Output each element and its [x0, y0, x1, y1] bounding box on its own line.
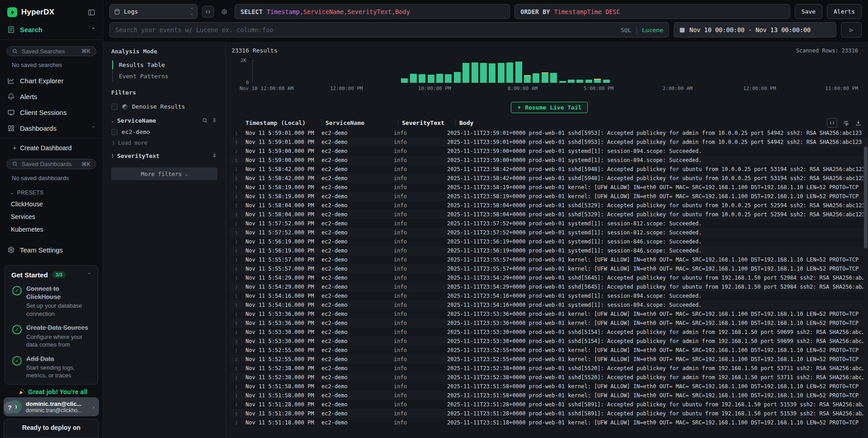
expand-row-icon[interactable]: ⟩	[231, 167, 242, 172]
histogram-bar[interactable]	[550, 73, 557, 83]
denoise-checkbox[interactable]	[111, 104, 118, 110]
table-row[interactable]: ⟩Nov 11 5:59:01.000 PMec2-demoinfo2025-1…	[231, 129, 868, 138]
table-row[interactable]: ⟩Nov 11 5:52:55.000 PMec2-demoinfo2025-1…	[231, 346, 868, 355]
expand-row-icon[interactable]: ⟩	[231, 185, 242, 190]
histogram-bar[interactable]	[489, 63, 495, 83]
filter-group-severitytext[interactable]: ⟩ SeverityText	[111, 148, 217, 161]
chevron-up-icon[interactable]: ⌃	[91, 125, 95, 131]
sidebar-item-team-settings[interactable]: Team Settings	[0, 242, 103, 258]
table-row[interactable]: ⟩Nov 11 5:58:19.000 PMec2-demoinfo2025-1…	[231, 183, 868, 192]
pin-icon[interactable]	[212, 118, 217, 124]
tab-results-table[interactable]: Results Table	[113, 59, 217, 71]
histogram-bar[interactable]	[594, 79, 601, 83]
table-row[interactable]: ⟩Nov 11 5:54:29.000 PMec2-demoinfo2025-1…	[231, 282, 868, 291]
histogram-bar[interactable]	[419, 74, 425, 83]
expand-row-icon[interactable]: ⟩	[231, 303, 242, 308]
histogram-bar[interactable]	[559, 81, 566, 83]
histogram-bar[interactable]	[498, 63, 505, 83]
table-row[interactable]: ⟩Nov 11 5:51:18.000 PMec2-demoinfo2025-1…	[231, 418, 868, 427]
expand-row-icon[interactable]: ⟩	[231, 257, 242, 262]
denoise-results-toggle[interactable]: Denoise Results	[111, 100, 217, 113]
more-filters-button[interactable]: More filters ⌄	[111, 167, 217, 180]
column-header-severitytext[interactable]: SeverityText	[402, 119, 455, 126]
scrollbar-thumb[interactable]	[864, 147, 868, 248]
histogram-bar[interactable]	[445, 74, 452, 83]
histogram-bar[interactable]	[462, 63, 469, 83]
histogram-bar[interactable]	[585, 80, 592, 83]
expand-row-icon[interactable]: ⟩	[231, 330, 242, 335]
expand-row-icon[interactable]: ⟩	[231, 267, 242, 271]
source-settings-button[interactable]	[218, 6, 230, 18]
language-toggle-lucene[interactable]: Lucene	[642, 27, 663, 33]
sidebar-item-chart-explorer[interactable]: Chart Explorer	[0, 73, 103, 89]
expand-row-icon[interactable]: ⟩	[231, 194, 242, 199]
order-by-input[interactable]: ORDER BY TimestampTime DESC	[514, 4, 790, 19]
saved-dashboards-input[interactable]: Saved Dashboards ⌘K	[6, 159, 96, 169]
expand-row-icon[interactable]: ⟩	[231, 384, 242, 389]
table-row[interactable]: ⟩Nov 11 5:51:28.000 PMec2-demoinfo2025-1…	[231, 409, 868, 418]
expand-row-icon[interactable]: ⟩	[231, 285, 242, 290]
ec2-demo-checkbox[interactable]	[111, 129, 118, 135]
expand-row-icon[interactable]: ⟩	[231, 158, 242, 163]
expand-row-icon[interactable]: ⟩	[231, 149, 242, 154]
expand-row-icon[interactable]: ⟩	[231, 221, 242, 226]
table-row[interactable]: ⟩Nov 11 5:53:36.000 PMec2-demoinfo2025-1…	[231, 319, 868, 328]
task-add-data[interactable]: ✓ Add Data Start sending logs, metrics, …	[11, 355, 91, 380]
expand-row-icon[interactable]: ⟩	[231, 276, 242, 281]
histogram-bar[interactable]	[603, 80, 610, 83]
expand-row-icon[interactable]: ⟩	[231, 176, 242, 181]
expand-row-icon[interactable]: ⟩	[231, 294, 242, 299]
tab-event-patterns[interactable]: Event Patterns	[113, 71, 217, 82]
table-row[interactable]: ⟩Nov 11 5:53:36.000 PMec2-demoinfo2025-1…	[231, 309, 868, 319]
histogram-bar[interactable]	[533, 73, 539, 83]
preset-kubernetes[interactable]: Kubernetes	[0, 223, 103, 236]
table-row[interactable]: ⟩Nov 11 5:53:30.000 PMec2-demoinfo2025-1…	[231, 337, 868, 346]
expand-row-icon[interactable]: ⟩	[231, 375, 242, 380]
histogram-bar[interactable]	[568, 80, 575, 83]
table-row[interactable]: ⟩Nov 11 5:53:30.000 PMec2-demoinfo2025-1…	[231, 328, 868, 337]
chevron-up-icon[interactable]: ⌃	[91, 27, 95, 33]
deploy-note[interactable]: Ready to deploy on	[4, 419, 99, 438]
histogram-bar[interactable]	[576, 80, 583, 83]
table-row[interactable]: ⟩Nov 11 5:54:16.000 PMec2-demoinfo2025-1…	[231, 300, 868, 309]
sidebar-collapse-icon[interactable]	[88, 9, 95, 16]
sidebar-item-search[interactable]: Search ⌃	[0, 22, 103, 38]
table-row[interactable]: ⟩Nov 11 5:52:38.000 PMec2-demoinfo2025-1…	[231, 364, 868, 373]
table-row[interactable]: ⟩Nov 11 5:58:19.000 PMec2-demoinfo2025-1…	[231, 192, 868, 201]
language-toggle-sql[interactable]: SQL	[621, 27, 631, 33]
task-create-data-sources[interactable]: ✓ Create Data Sources Configure where yo…	[11, 324, 91, 348]
view-source-button[interactable]	[827, 118, 837, 128]
table-row[interactable]: ⟩Nov 11 5:57:52.000 PMec2-demoinfo2025-1…	[231, 228, 868, 237]
resume-live-tail-button[interactable]: Resume Live Tail	[511, 102, 587, 113]
expand-row-icon[interactable]: ⟩	[231, 348, 242, 353]
histogram-bar[interactable]	[515, 62, 522, 83]
table-row[interactable]: ⟩Nov 11 5:54:29.000 PMec2-demoinfo2025-1…	[231, 273, 868, 282]
preset-services[interactable]: Services	[0, 210, 103, 223]
table-row[interactable]: ⟩Nov 11 5:52:38.000 PMec2-demoinfo2025-1…	[231, 373, 868, 382]
expand-row-icon[interactable]: ⟩	[231, 357, 242, 362]
table-row[interactable]: ⟩Nov 11 5:55:57.000 PMec2-demoinfo2025-1…	[231, 264, 868, 273]
chevron-up-icon[interactable]: ⌃	[87, 272, 91, 278]
expand-row-icon[interactable]: ⟩	[231, 321, 242, 326]
expand-row-icon[interactable]: ⟩	[231, 393, 242, 398]
presets-toggle[interactable]: ⌄ PRESETS	[0, 186, 103, 198]
user-menu[interactable]: D dominic.tran@clic... dominic.tran@clic…	[4, 397, 99, 416]
table-row[interactable]: ⟩Nov 11 5:59:00.000 PMec2-demoinfo2025-1…	[231, 156, 868, 165]
column-resize-handle[interactable]	[398, 119, 398, 126]
table-row[interactable]: ⟩Nov 11 5:51:58.000 PMec2-demoinfo2025-1…	[231, 391, 868, 400]
table-row[interactable]: ⟩Nov 11 5:56:19.000 PMec2-demoinfo2025-1…	[231, 246, 868, 255]
table-row[interactable]: ⟩Nov 11 5:58:04.000 PMec2-demoinfo2025-1…	[231, 201, 868, 210]
table-row[interactable]: ⟩Nov 11 5:59:01.000 PMec2-demoinfo2025-1…	[231, 138, 868, 147]
table-row[interactable]: ⟩Nov 11 5:58:42.000 PMec2-demoinfo2025-1…	[231, 165, 868, 174]
column-header-timestamp[interactable]: Timestamp (Local)	[245, 119, 321, 126]
task-connect-clickhouse[interactable]: ✓ Connect to ClickHouse Set up your data…	[11, 285, 91, 318]
download-button[interactable]	[855, 119, 862, 126]
table-row[interactable]: ⟩Nov 11 5:59:00.000 PMec2-demoinfo2025-1…	[231, 147, 868, 156]
table-row[interactable]: ⟩Nov 11 5:51:58.000 PMec2-demoinfo2025-1…	[231, 382, 868, 391]
table-scrollbar[interactable]	[863, 146, 868, 438]
column-resize-handle[interactable]	[455, 119, 456, 126]
pin-icon[interactable]	[212, 153, 217, 159]
histogram-bar[interactable]	[542, 72, 548, 83]
table-row[interactable]: ⟩Nov 11 5:56:19.000 PMec2-demoinfo2025-1…	[231, 237, 868, 246]
sidebar-item-dashboards[interactable]: Dashboards ⌃	[0, 120, 103, 136]
